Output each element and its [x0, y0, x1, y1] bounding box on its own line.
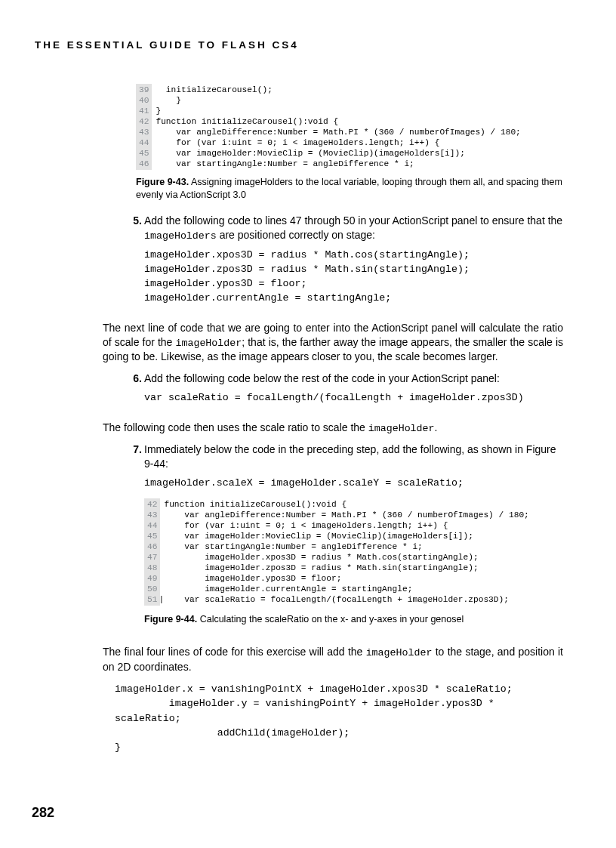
figure-9-43-caption-text: Assigning imageHolders to the local vari… [136, 177, 562, 200]
running-head: THE ESSENTIAL GUIDE TO FLASH CS4 [35, 39, 571, 51]
step-5-text-a: Add the following code to lines 47 throu… [144, 214, 562, 227]
para-1-mono: imageHolder [175, 338, 242, 349]
para-2-mono: imageHolder [368, 423, 435, 434]
figure-9-44-label: Figure 9-44. [144, 614, 197, 624]
step-5-body: Add the following code to lines 47 throu… [144, 214, 563, 313]
figure-9-43-caption: Figure 9-43. Assigning imageHolders to t… [136, 176, 563, 202]
page-number: 282 [32, 805, 54, 821]
step-5: 5. Add the following code to lines 47 th… [124, 214, 563, 313]
step-5-code: imageHolder.xpos3D = radius * Math.cos(s… [144, 248, 563, 306]
figure-9-44-caption: Figure 9-44. Calculating the scaleRatio … [144, 613, 563, 626]
step-7: 7. Immediately below the code in the pre… [124, 443, 563, 637]
step-5-text-c: are positioned correctly on stage: [217, 229, 375, 241]
para-3: The final four lines of code for this ex… [103, 645, 563, 674]
figure-9-44-gutter: 42434445464748495051 [144, 498, 160, 606]
figure-9-44-code: 42434445464748495051 function initialize… [144, 498, 563, 606]
figure-9-44-caption-text: Calculating the scaleRatio on the x- and… [200, 614, 464, 624]
step-7-code: imageHolder.scaleX = imageHolder.scaleY … [144, 476, 563, 490]
step-7-number: 7. [124, 443, 142, 637]
figure-9-43-gutter: 3940414243444546 [136, 84, 152, 170]
step-6-code: var scaleRatio = focalLength/(focalLengt… [144, 390, 563, 405]
step-5-mono: imageHolders [144, 230, 217, 242]
step-6-number: 6. [124, 372, 142, 412]
body-column: 3940414243444546 initializeCarousel(); }… [136, 84, 563, 755]
step-6-body: Add the following code below the rest of… [144, 372, 563, 412]
para-1: The next line of code that we are going … [103, 321, 563, 365]
para-3-mono: imageHolder [366, 647, 433, 658]
para-2-c: . [435, 421, 438, 433]
step-7-text: Immediately below the code in the preced… [144, 443, 556, 470]
para-3-a: The final four lines of code for this ex… [103, 646, 366, 658]
figure-9-44-lines: function initializeCarousel():void { var… [160, 498, 531, 606]
para-2: The following code then uses the scale r… [103, 421, 563, 436]
figure-9-43-lines: initializeCarousel(); }}function initial… [152, 84, 523, 170]
figure-9-43-code: 3940414243444546 initializeCarousel(); }… [136, 84, 563, 170]
step-6-text: Add the following code below the rest of… [144, 372, 500, 384]
step-6: 6. Add the following code below the rest… [124, 372, 563, 412]
page: THE ESSENTIAL GUIDE TO FLASH CS4 3940414… [0, 0, 616, 848]
figure-9-43-label: Figure 9-43. [136, 177, 189, 187]
final-code-block: imageHolder.x = vanishingPointX + imageH… [115, 682, 563, 754]
step-7-body: Immediately below the code in the preced… [144, 443, 563, 637]
step-5-number: 5. [124, 214, 142, 313]
para-2-a: The following code then uses the scale r… [103, 421, 368, 433]
